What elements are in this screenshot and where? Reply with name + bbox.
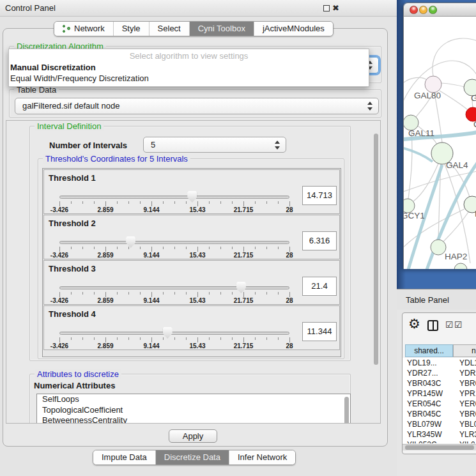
tick-mark bbox=[59, 292, 60, 297]
tab-cyni-toolbox[interactable]: Cyni Toolbox bbox=[189, 22, 254, 36]
table-data-combobox[interactable]: galFiltered.sif default node bbox=[15, 98, 379, 114]
cell-shared-name: YIL052C bbox=[403, 440, 455, 443]
tab-discretize-data[interactable]: Discretize Data bbox=[155, 450, 229, 464]
cell-shared-name: YDL19... bbox=[403, 358, 455, 368]
slider-tick-labels: -3.4262.8599.14415.4321.71528 bbox=[59, 342, 289, 350]
table-data-value: galFiltered.sif default node bbox=[22, 98, 119, 114]
tab-style[interactable]: Style bbox=[113, 22, 149, 36]
tick-mark bbox=[278, 247, 279, 249]
zoom-traffic-light[interactable] bbox=[429, 6, 437, 14]
slider-track[interactable] bbox=[59, 196, 289, 199]
tick-mark bbox=[243, 201, 244, 206]
slider-track[interactable] bbox=[59, 286, 289, 289]
popup-option-manual-discretization[interactable]: Manual Discretization bbox=[9, 62, 369, 73]
tick-mark bbox=[289, 201, 290, 206]
attribute-item-betweennesscentrality[interactable]: BetweennessCentrality bbox=[37, 415, 350, 424]
table-row[interactable]: YIL052CYIL0 bbox=[403, 440, 476, 443]
tick-mark bbox=[243, 292, 244, 297]
tick-label: 21.715 bbox=[234, 297, 254, 304]
popup-option-equal-width-frequency-discretization[interactable]: Equal Width/Frequency Discretization bbox=[9, 73, 369, 84]
network-canvas[interactable]: GAL80GACGAL11GAL4GCY1HHAP2 bbox=[404, 17, 476, 269]
cell-shared-name: YLR345W bbox=[403, 429, 455, 440]
table-row[interactable]: YLR345WYLR3 bbox=[403, 429, 476, 440]
table-row[interactable]: YDR27...YDR2 bbox=[403, 368, 476, 378]
tick-mark bbox=[209, 201, 210, 204]
tick-mark bbox=[197, 201, 198, 206]
network-window-titlebar[interactable] bbox=[404, 3, 476, 17]
interval-definition-title: Interval Definition bbox=[35, 121, 104, 131]
checkbox-checked-icon[interactable]: ☑ bbox=[454, 319, 463, 330]
table-row[interactable]: YPR145WYPR1 bbox=[403, 388, 476, 399]
list-scrollbar-thumb[interactable] bbox=[344, 397, 349, 424]
float-window-icon[interactable] bbox=[323, 5, 330, 12]
tab-select[interactable]: Select bbox=[149, 22, 189, 36]
table-rows: YDL19...YDL1YDR27...YDR2YBR043CYBR0YPR14… bbox=[403, 358, 476, 443]
tick-mark bbox=[209, 292, 210, 295]
table-row[interactable]: YBR045CYBR0 bbox=[403, 409, 476, 419]
panel-scrollbar-thumb[interactable] bbox=[374, 134, 378, 365]
tick-mark bbox=[140, 247, 141, 249]
table-hscrollbar-thumb[interactable] bbox=[405, 445, 474, 450]
tick-mark bbox=[255, 337, 256, 340]
tab-infer-network[interactable]: Infer Network bbox=[229, 450, 295, 464]
tab-impute-data[interactable]: Impute Data bbox=[93, 450, 155, 464]
tick-mark bbox=[140, 337, 141, 340]
tick-mark bbox=[243, 337, 244, 342]
close-traffic-light[interactable] bbox=[410, 6, 418, 14]
attribute-item-selfloops[interactable]: SelfLoops bbox=[37, 394, 350, 405]
combobox-arrows-icon bbox=[367, 102, 372, 111]
network-node-label: GAL80 bbox=[414, 91, 441, 100]
tick-mark bbox=[117, 201, 118, 204]
tick-label: 28 bbox=[286, 206, 293, 213]
tick-mark bbox=[209, 247, 210, 249]
tick-mark bbox=[94, 337, 95, 340]
thresholds-group: Threshold's Coordinates for 5 Intervals … bbox=[38, 158, 344, 359]
apply-button[interactable]: Apply bbox=[169, 429, 217, 443]
tick-label: -3.426 bbox=[50, 342, 68, 349]
threshold-value-field[interactable]: 11.344 bbox=[302, 322, 337, 341]
table-row[interactable]: YBR043CYBR0 bbox=[403, 378, 476, 388]
checkbox-checked-icon[interactable]: ☑ bbox=[445, 319, 454, 330]
table-row[interactable]: YER054CYER0 bbox=[403, 399, 476, 409]
attribute-item-topologicalcoefficient[interactable]: TopologicalCoefficient bbox=[37, 405, 350, 416]
column-header-name[interactable]: n... bbox=[453, 344, 476, 357]
numerical-attributes-list[interactable]: SelfLoopsTopologicalCoefficientBetweenne… bbox=[36, 394, 351, 424]
network-node[interactable] bbox=[454, 263, 467, 269]
combobox-arrows-icon bbox=[275, 141, 280, 150]
tick-mark bbox=[128, 292, 129, 295]
tick-label: 21.715 bbox=[234, 252, 254, 259]
slider-track[interactable] bbox=[59, 241, 289, 244]
threshold-value-field[interactable]: 21.4 bbox=[302, 277, 337, 296]
column-header-shared-name[interactable]: shared... bbox=[405, 344, 453, 357]
network-node[interactable] bbox=[431, 240, 446, 255]
tab-network[interactable]: Network bbox=[54, 22, 113, 36]
control-panel: Control Panel ✖ NetworkStyleSelectCyni T… bbox=[0, 0, 397, 476]
tick-mark bbox=[232, 292, 233, 295]
tick-mark bbox=[71, 247, 72, 249]
tab-label: Impute Data bbox=[102, 450, 147, 464]
close-icon[interactable]: ✖ bbox=[332, 3, 339, 13]
attributes-group: Attributes to discretize Numerical Attri… bbox=[29, 374, 351, 424]
threshold-value-field[interactable]: 14.713 bbox=[302, 186, 337, 205]
table-row[interactable]: YBL079WYBL0 bbox=[403, 419, 476, 429]
node-table: ⚙ ☑ ☑ shared... n... YDL19...YDL1YDR27..… bbox=[402, 312, 476, 454]
settings-scroll-panel: Interval Definition Number of Intervals … bbox=[6, 120, 381, 424]
minimize-traffic-light[interactable] bbox=[419, 6, 427, 14]
tab-label: Discretize Data bbox=[164, 450, 220, 464]
tab-jactivemnodules[interactable]: jActiveMNodules bbox=[254, 22, 333, 36]
table-row[interactable]: YDL19...YDL1 bbox=[403, 358, 476, 368]
cell-shared-name: YDR27... bbox=[403, 368, 455, 378]
table-hscrollbar[interactable] bbox=[403, 444, 476, 450]
tick-mark bbox=[255, 201, 256, 204]
network-window: GAL80GACGAL11GAL4GCY1HHAP2 bbox=[403, 3, 476, 269]
tick-mark bbox=[289, 247, 290, 252]
tick-mark bbox=[94, 247, 95, 249]
number-of-intervals-combobox[interactable]: 5 bbox=[143, 137, 286, 153]
tick-mark bbox=[71, 201, 72, 204]
split-columns-icon[interactable] bbox=[427, 320, 438, 331]
tick-mark bbox=[186, 292, 187, 295]
threshold-value-field[interactable]: 6.316 bbox=[302, 231, 337, 250]
gear-icon[interactable]: ⚙ bbox=[408, 316, 420, 332]
tick-mark bbox=[289, 337, 290, 342]
slider-track[interactable] bbox=[59, 332, 289, 335]
